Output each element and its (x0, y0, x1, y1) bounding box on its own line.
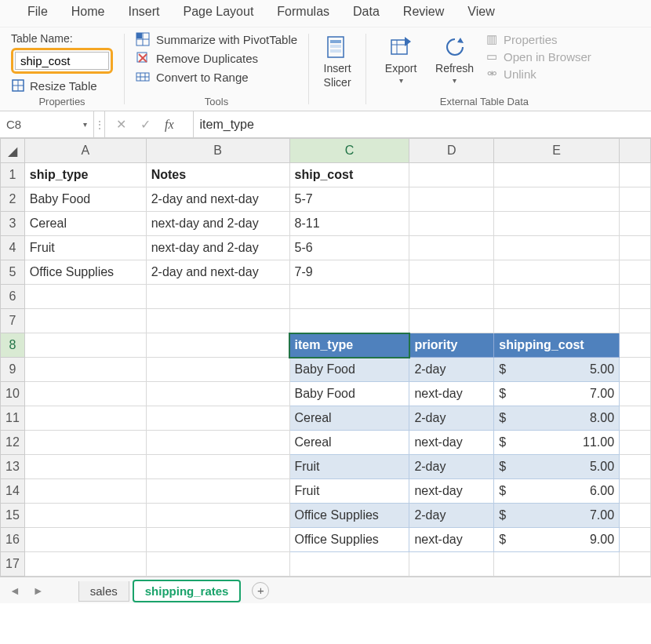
cell[interactable]: Baby Food (24, 187, 146, 212)
sheet-nav-prev[interactable]: ◄ (5, 584, 25, 597)
cell[interactable] (146, 406, 289, 431)
cell[interactable]: Office Supplies (289, 528, 409, 552)
cell[interactable] (620, 212, 651, 236)
cell[interactable] (24, 455, 146, 479)
row-header[interactable]: 4 (1, 236, 25, 260)
cell[interactable] (146, 455, 289, 479)
cell[interactable] (24, 406, 146, 431)
cell[interactable] (409, 260, 494, 285)
menu-insert[interactable]: Insert (128, 5, 159, 19)
cell[interactable] (24, 358, 146, 382)
summarize-pivottable-button[interactable]: Summarize with PivotTable (136, 32, 297, 46)
row-header[interactable]: 9 (1, 358, 25, 382)
cell[interactable] (620, 163, 651, 187)
cell[interactable]: Cereal (289, 431, 409, 455)
sheet-nav-next[interactable]: ► (28, 584, 49, 597)
cell[interactable]: 8-11 (289, 212, 409, 236)
row-header[interactable]: 14 (1, 479, 25, 504)
cell[interactable]: Fruit (289, 479, 409, 504)
cell[interactable] (24, 382, 146, 406)
cell[interactable] (620, 528, 651, 552)
cell[interactable]: Cereal (289, 406, 409, 431)
cell[interactable] (494, 260, 620, 285)
row-header[interactable]: 1 (1, 163, 25, 187)
open-in-browser-button[interactable]: ▭ Open in Browser (485, 49, 591, 64)
fx-icon[interactable]: fx (165, 118, 182, 132)
cell[interactable]: Baby Food (289, 358, 409, 382)
cell[interactable]: Fruit (289, 455, 409, 479)
cell[interactable] (620, 552, 651, 577)
cell[interactable]: Fruit (24, 236, 146, 260)
cell[interactable]: next-day (409, 382, 494, 406)
cell[interactable]: $11.00 (494, 431, 620, 455)
cell[interactable] (24, 285, 146, 309)
cell[interactable] (494, 163, 620, 187)
row-header[interactable]: 2 (1, 187, 25, 212)
cell[interactable]: 7-9 (289, 260, 409, 285)
sheet-tab-sales[interactable]: sales (78, 581, 129, 602)
row-header[interactable]: 13 (1, 455, 25, 479)
cell[interactable] (494, 187, 620, 212)
cell[interactable] (620, 455, 651, 479)
cell[interactable]: Office Supplies (24, 260, 146, 285)
cell[interactable] (289, 309, 409, 333)
cell-selected[interactable]: item_type (289, 333, 409, 358)
cell[interactable] (409, 212, 494, 236)
cell[interactable]: 2-day and next-day (146, 187, 289, 212)
cell[interactable]: ship_type (24, 163, 146, 187)
row-header[interactable]: 5 (1, 260, 25, 285)
cell[interactable] (620, 504, 651, 528)
cell[interactable] (494, 552, 620, 577)
cell[interactable] (620, 187, 651, 212)
cell[interactable] (146, 528, 289, 552)
cell[interactable] (24, 479, 146, 504)
cell[interactable] (620, 309, 651, 333)
cell[interactable]: 2-day (409, 406, 494, 431)
cell[interactable]: $8.00 (494, 406, 620, 431)
col-header-A[interactable]: A (24, 139, 146, 163)
cell[interactable] (409, 285, 494, 309)
col-header-extra[interactable] (620, 139, 651, 163)
insert-slicer-button[interactable]: Insert Slicer (314, 32, 361, 90)
cell[interactable]: priority (409, 333, 494, 358)
row-header[interactable]: 10 (1, 382, 25, 406)
col-header-C[interactable]: C (289, 139, 409, 163)
cell[interactable] (620, 260, 651, 285)
cell[interactable]: Cereal (24, 212, 146, 236)
cell[interactable] (494, 236, 620, 260)
cell[interactable] (620, 333, 651, 358)
cell[interactable]: shipping_cost (494, 333, 620, 358)
row-header[interactable]: 7 (1, 309, 25, 333)
cell[interactable]: $7.00 (494, 382, 620, 406)
cell[interactable] (24, 309, 146, 333)
cell[interactable] (289, 552, 409, 577)
cell[interactable] (24, 333, 146, 358)
cell[interactable] (409, 163, 494, 187)
enter-icon[interactable]: ✓ (140, 117, 151, 132)
cell[interactable]: 2-day (409, 504, 494, 528)
cell[interactable]: 2-day and next-day (146, 260, 289, 285)
cell[interactable]: Baby Food (289, 382, 409, 406)
cell[interactable] (494, 212, 620, 236)
cell[interactable] (24, 528, 146, 552)
cell[interactable] (620, 406, 651, 431)
cell[interactable] (146, 431, 289, 455)
refresh-button[interactable]: Refresh ▾ (429, 32, 480, 93)
spreadsheet-grid[interactable]: ◢ A B C D E 1 ship_type Notes ship_cost … (0, 138, 651, 577)
cell[interactable]: $5.00 (494, 358, 620, 382)
table-name-input[interactable] (15, 52, 109, 70)
name-box[interactable]: C8 ▾ (0, 111, 94, 137)
cell[interactable]: next-day and 2-day (146, 236, 289, 260)
menu-page-layout[interactable]: Page Layout (183, 5, 253, 19)
resize-table-button[interactable]: Resize Table (11, 78, 113, 93)
menu-review[interactable]: Review (403, 5, 444, 19)
row-header[interactable]: 16 (1, 528, 25, 552)
cell[interactable] (24, 504, 146, 528)
cell[interactable] (494, 285, 620, 309)
cell[interactable]: next-day (409, 528, 494, 552)
cell[interactable]: Notes (146, 163, 289, 187)
menu-view[interactable]: View (467, 5, 494, 19)
cell[interactable]: Office Supplies (289, 504, 409, 528)
cell[interactable] (620, 358, 651, 382)
formula-bar[interactable]: item_type (193, 111, 651, 137)
